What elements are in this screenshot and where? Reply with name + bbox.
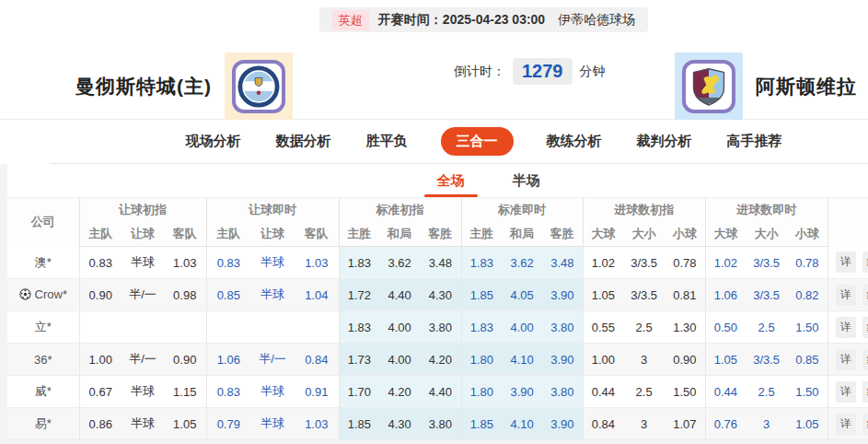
nav-tab-1[interactable]: 数据分析 — [274, 127, 333, 156]
odds-cell: 半/一 — [122, 279, 164, 311]
detail-button[interactable]: 详 — [836, 414, 856, 435]
odds-cell: 4.20 — [420, 344, 461, 376]
countdown-value: 1279 — [513, 58, 573, 85]
actions-cell: 详绩 — [827, 247, 868, 279]
odds-cell: 3.90 — [542, 408, 583, 440]
odds-cell: 半球 — [250, 279, 295, 311]
company-column-header: 公司 — [7, 198, 79, 247]
sub-header-4-1: 大小 — [623, 222, 665, 247]
record-button[interactable]: 绩 — [862, 285, 868, 306]
actions-cell: 详绩 — [827, 279, 868, 311]
sub-header-3-2: 客胜 — [542, 222, 583, 247]
odds-row: Crow*0.90半/一0.980.85半球1.041.724.404.301.… — [7, 279, 868, 311]
odds-cell: 1.00 — [79, 344, 122, 376]
company-cell: 澳* — [7, 247, 79, 279]
company-cell: 立* — [7, 311, 79, 344]
record-button[interactable]: 绩 — [862, 349, 868, 370]
odds-cell: 2.5 — [746, 311, 787, 344]
odds-cell: 1.30 — [665, 311, 705, 344]
odds-cell: 0.85 — [206, 279, 250, 311]
odds-cell: 3.80 — [420, 408, 461, 440]
odds-cell: 0.79 — [206, 408, 250, 440]
odds-row: 澳*0.83半球1.030.83半球1.031.833.623.481.833.… — [7, 247, 868, 279]
odds-cell: 0.84 — [295, 344, 339, 376]
odds-table: 公司 让球初指让球即时标准初指标准即时进球数初指进球数即时 主队让球客队主队让球… — [7, 197, 868, 440]
sub-header-3-1: 和局 — [502, 222, 542, 247]
detail-button[interactable]: 详 — [836, 381, 856, 403]
group-header-4: 进球数初指 — [583, 198, 705, 222]
group-header-3: 标准即时 — [461, 198, 583, 222]
actions-cell: 详绩 — [827, 408, 868, 440]
odds-cell: 1.72 — [339, 279, 379, 311]
company-name: Crow* — [35, 287, 67, 301]
odds-cell: 3.48 — [542, 247, 583, 279]
nav-tab-5[interactable]: 裁判分析 — [635, 127, 694, 156]
company-cell: Crow* — [7, 279, 79, 311]
company-name: 易* — [35, 415, 52, 432]
sub-header-0-0: 主队 — [79, 222, 122, 247]
odds-cell: 3.62 — [502, 247, 542, 279]
detail-button[interactable]: 详 — [836, 251, 856, 273]
odds-cell: 1.70 — [339, 376, 379, 408]
match-info-strip: 英超 开赛时间：2025-04-23 03:00 伊蒂哈德球场 — [319, 7, 648, 32]
odds-cell: 1.80 — [461, 376, 502, 408]
company-cell: 威* — [7, 376, 79, 408]
away-logo-patch — [675, 53, 743, 121]
nav-tab-2[interactable]: 胜平负 — [365, 127, 410, 156]
odds-cell: 4.40 — [379, 279, 420, 311]
odds-cell: 0.44 — [583, 376, 623, 408]
record-button[interactable]: 绩 — [862, 414, 868, 435]
subtab-1[interactable]: 半场 — [513, 164, 540, 197]
actions-cell: 详绩 — [827, 311, 868, 344]
odds-cell: 0.78 — [665, 247, 705, 279]
table-sub-header-row: 主队让球客队主队让球客队主胜和局客胜主胜和局客胜大球大小小球大球大小小球 — [7, 222, 868, 247]
company-cell: 36* — [7, 344, 79, 376]
odds-panel: 全场半场 公司 让球初指让球即时标准初指标准即时进球数初指进球数即时 主队让球客… — [7, 164, 868, 440]
odds-cell: 1.85 — [339, 408, 379, 440]
odds-cell: 1.05 — [787, 408, 827, 440]
odds-cell — [122, 311, 164, 344]
odds-cell: 1.50 — [787, 311, 827, 344]
odds-cell — [164, 311, 206, 344]
odds-cell: 0.86 — [79, 408, 122, 440]
home-team-name: 曼彻斯特城(主) — [75, 74, 212, 99]
odds-cell: 1.05 — [705, 344, 746, 376]
table-group-header-row: 公司 让球初指让球即时标准初指标准即时进球数初指进球数即时 — [7, 198, 868, 222]
record-button[interactable]: 绩 — [862, 251, 868, 273]
odds-cell: 1.03 — [295, 247, 339, 279]
odds-cell: 3/3.5 — [623, 279, 665, 311]
odds-cell: 3.62 — [379, 247, 420, 279]
odds-cell: 半球 — [250, 376, 295, 408]
actions-cell: 详绩 — [827, 344, 868, 376]
actions-cell: 详绩 — [827, 376, 868, 408]
soccer-ball-icon — [19, 288, 31, 300]
odds-cell: 0.83 — [206, 376, 250, 408]
group-header-1: 让球即时 — [206, 198, 339, 222]
odds-cell: 1.73 — [339, 344, 379, 376]
detail-button[interactable]: 详 — [836, 317, 856, 338]
sub-header-5-2: 小球 — [787, 222, 827, 247]
record-button[interactable]: 绩 — [862, 381, 868, 403]
subtab-0[interactable]: 全场 — [437, 164, 465, 197]
league-badge: 英超 — [332, 10, 369, 30]
odds-cell: 1.00 — [583, 344, 623, 376]
odds-cell: 半球 — [250, 408, 295, 440]
detail-button[interactable]: 详 — [836, 285, 856, 306]
nav-tab-3[interactable]: 三合一 — [441, 127, 514, 156]
odds-cell: 3.80 — [542, 376, 583, 408]
odds-cell: 3 — [746, 408, 787, 440]
record-button[interactable]: 绩 — [862, 317, 868, 338]
nav-tab-4[interactable]: 教练分析 — [545, 127, 604, 156]
nav-tab-6[interactable]: 高手推荐 — [725, 127, 784, 156]
odds-cell: 0.55 — [583, 311, 623, 344]
sub-header-3-0: 主胜 — [461, 222, 502, 247]
detail-button[interactable]: 详 — [836, 349, 856, 370]
odds-cell: 0.84 — [583, 408, 623, 440]
odds-cell: 3.48 — [420, 247, 461, 279]
odds-cell: 1.83 — [339, 311, 379, 344]
odds-cell: 半球 — [122, 408, 164, 440]
main-nav: 现场分析数据分析胜平负三合一教练分析裁判分析高手推荐 — [50, 120, 868, 164]
odds-cell: 4.40 — [420, 376, 461, 408]
nav-tab-0[interactable]: 现场分析 — [184, 127, 243, 156]
odds-cell: 1.85 — [461, 408, 502, 440]
